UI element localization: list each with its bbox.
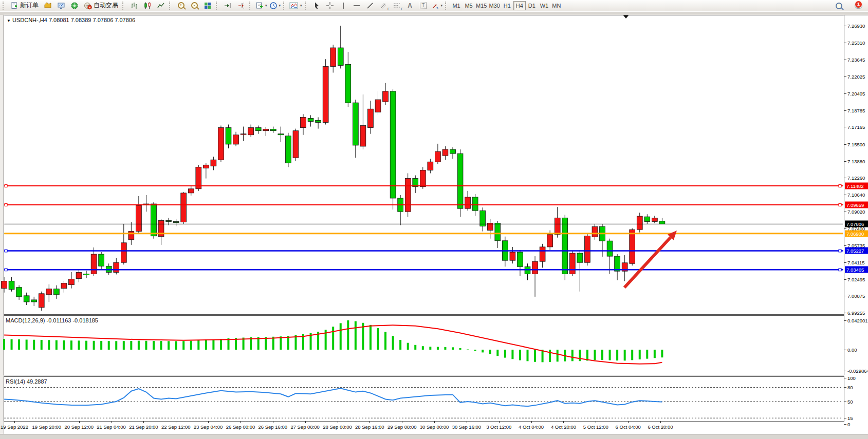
rsi-indicator-pane[interactable]: [0, 376, 868, 422]
new-order-button[interactable]: 新订单: [8, 1, 41, 11]
candle-body: [615, 256, 620, 271]
tile-windows-button[interactable]: [201, 1, 214, 11]
horizontal-line-icon: [353, 2, 361, 10]
toolbar-grip[interactable]: [445, 2, 449, 10]
time-label: 19 Sep 2022: [1, 424, 28, 430]
timeframe-d1[interactable]: D1: [526, 1, 538, 10]
toolbar-grip[interactable]: [3, 2, 6, 10]
time-label: 21 Sep 20:00: [129, 424, 158, 430]
notification-badge: 1: [855, 1, 862, 8]
price-badge: 7.07806: [845, 221, 868, 227]
timeframe-m1[interactable]: M1: [450, 1, 463, 10]
macd-tick: [844, 320, 846, 321]
price-badge: 7.06900: [845, 230, 868, 237]
time-tick: [563, 421, 564, 423]
time-label: 30 Sep 16:00: [452, 424, 482, 430]
time-label: 3 Oct 12:00: [486, 424, 511, 430]
autotrading-button[interactable]: 自动交易: [81, 1, 121, 11]
line-handle: [5, 250, 7, 252]
candle-body: [316, 120, 321, 122]
toolbar-grip[interactable]: [305, 2, 308, 10]
new-chart-button[interactable]: ▾: [254, 1, 268, 11]
macd-indicator-pane[interactable]: [0, 315, 868, 376]
candle-body: [136, 205, 142, 232]
equidistant-channel-tool-button[interactable]: E: [377, 1, 390, 11]
toolbar-grip[interactable]: [249, 2, 253, 10]
candlestick-mode-button[interactable]: [141, 1, 154, 11]
text-label-tool-button[interactable]: T: [417, 1, 430, 11]
fibonacci-tool-button[interactable]: F: [390, 1, 403, 11]
rsi-tick-label: 50: [847, 399, 853, 405]
auto-scroll-button[interactable]: [221, 1, 234, 11]
trendline-tool-button[interactable]: [363, 1, 377, 11]
text-tool-button[interactable]: A: [403, 1, 417, 11]
time-label: 27 Sep 08:00: [290, 424, 320, 430]
price-tick: [844, 161, 846, 162]
rsi-pane-border: [4, 377, 844, 422]
toolbar-grip[interactable]: [283, 2, 287, 10]
timeframe-m15[interactable]: M15: [475, 1, 488, 10]
price-tick-label: 7.00875: [847, 293, 865, 299]
candle-body: [278, 134, 284, 135]
toolbar-grip[interactable]: [122, 2, 126, 10]
candle-body: [644, 217, 650, 221]
candle-body: [211, 160, 216, 166]
timeframe-w1[interactable]: W1: [538, 1, 550, 10]
candle-body: [495, 223, 501, 240]
market-watch-button[interactable]: [54, 1, 68, 11]
indicators-button[interactable]: ▾: [288, 1, 303, 11]
navigator-icon: [70, 2, 79, 10]
candle-body: [248, 128, 254, 135]
dropdown-caret: ▾: [300, 4, 302, 8]
tile-windows-icon: [204, 2, 212, 10]
arrows-tool-button[interactable]: ▾: [430, 1, 444, 11]
time-tick: [434, 421, 435, 423]
cursor-tool-button[interactable]: [310, 1, 323, 11]
new-order-label: 新订单: [20, 1, 39, 10]
time-label: 23 Sep 04:00: [194, 424, 223, 430]
timeframe-h1[interactable]: H1: [501, 1, 513, 10]
candle-body: [428, 162, 433, 170]
line-handle: [5, 185, 7, 187]
price-tick: [844, 144, 846, 145]
notifications-button[interactable]: 1: [851, 1, 866, 11]
price-tick-label: 7.23645: [847, 57, 865, 63]
crosshair-tool-button[interactable]: [323, 1, 337, 11]
rsi-label: RSI(14) 49.2887: [6, 378, 47, 385]
line-chart-icon: [157, 2, 165, 10]
time-label: 28 Sep 16:00: [355, 424, 384, 430]
main-chart-pane[interactable]: [0, 15, 868, 315]
line-chart-mode-button[interactable]: [154, 1, 168, 11]
time-tick: [79, 421, 80, 423]
text-tool-icon: A: [408, 2, 412, 9]
candle-body: [323, 66, 328, 122]
candle-body: [151, 204, 157, 236]
price-tick-label: 7.26930: [847, 23, 865, 29]
candle-body: [420, 170, 426, 186]
timeframe-m30[interactable]: M30: [488, 1, 501, 10]
price-tick: [844, 245, 846, 246]
candle-body: [293, 131, 299, 158]
timeframe-m5[interactable]: M5: [463, 1, 475, 10]
periods-button[interactable]: ▾: [268, 1, 282, 11]
timeframe-mn[interactable]: MN: [550, 1, 563, 10]
symbol-dropdown-marker[interactable]: ▼: [7, 18, 11, 23]
horizontal-line-tool-button[interactable]: [350, 1, 363, 11]
toolbar-grip[interactable]: [169, 2, 173, 10]
zoom-out-button[interactable]: -: [188, 1, 201, 11]
candle-body: [383, 91, 389, 102]
search-button[interactable]: [832, 1, 845, 11]
timeframe-h4[interactable]: H4: [513, 1, 526, 10]
vertical-line-tool-button[interactable]: [337, 1, 350, 11]
zoom-out-icon: -: [191, 2, 198, 9]
chart-shift-button[interactable]: [234, 1, 248, 11]
search-icon: [836, 3, 842, 9]
navigator-button[interactable]: [68, 1, 81, 11]
fibonacci-icon: [393, 2, 401, 10]
profiles-icon: [44, 2, 52, 10]
bar-chart-mode-button[interactable]: [127, 1, 141, 11]
candle-body: [330, 48, 336, 66]
toolbar-grip[interactable]: [216, 2, 219, 10]
zoom-in-button[interactable]: +: [174, 1, 188, 11]
profiles-button[interactable]: [41, 1, 54, 11]
